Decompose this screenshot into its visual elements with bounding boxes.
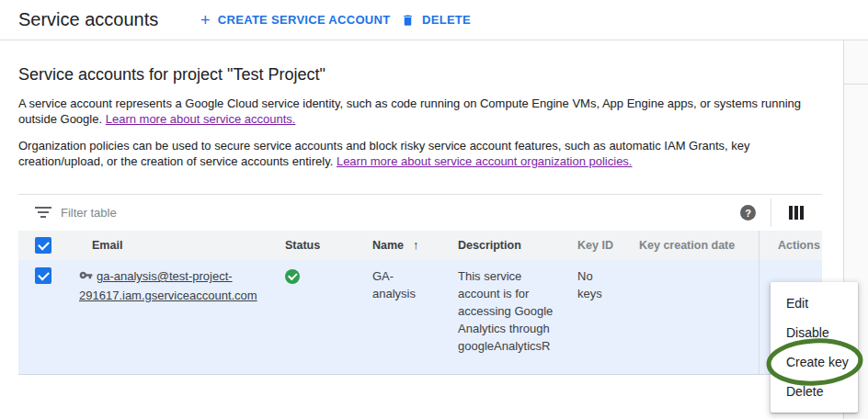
create-service-account-button[interactable]: + CREATE SERVICE ACCOUNT (200, 13, 390, 28)
column-header-description[interactable]: Description (458, 239, 577, 252)
learn-more-service-accounts-link[interactable]: Learn more about service accounts. (106, 112, 296, 126)
table-header-row: Email Status Name↑ Description Key ID Ke… (18, 231, 822, 260)
service-accounts-page: Service accounts + CREATE SERVICE ACCOUN… (0, 0, 868, 419)
page-toolbar: Service accounts + CREATE SERVICE ACCOUN… (0, 0, 868, 40)
filter-icon (35, 207, 51, 218)
filter-table-input[interactable] (61, 200, 695, 224)
column-header-key-id[interactable]: Key ID (577, 239, 639, 252)
column-header-email[interactable]: Email (79, 239, 285, 252)
row-status-cell (285, 260, 372, 284)
info-panel-header (844, 40, 868, 85)
menu-item-create-key[interactable]: Create key (771, 347, 858, 377)
service-accounts-table-card: ? Email Status Name↑ Description Key ID … (18, 194, 822, 375)
column-display-icon[interactable] (789, 206, 804, 220)
org-policy-paragraph: Organization policies can be used to sec… (18, 138, 826, 169)
learn-more-org-policies-link[interactable]: Learn more about service account organiz… (337, 154, 633, 168)
status-enabled-icon (285, 269, 300, 284)
column-header-name[interactable]: Name↑ (372, 239, 458, 252)
menu-item-delete[interactable]: Delete (771, 377, 858, 406)
row-actions-menu: Edit Disable Create key Delete (771, 282, 858, 413)
delete-button[interactable]: DELETE (401, 13, 471, 28)
delete-label: DELETE (422, 13, 471, 27)
service-account-key-icon (79, 268, 93, 287)
plus-icon: + (200, 13, 211, 28)
trash-icon (401, 13, 415, 28)
row-description-cell: This service account is for accessing Go… (458, 260, 577, 355)
page-title: Service accounts (18, 9, 158, 30)
column-header-actions: Actions (759, 231, 822, 260)
filter-bar-divider (771, 198, 771, 227)
row-key-creation-date-cell (639, 260, 759, 267)
table-row[interactable]: ga-analysis@test-project-291617.iam.gser… (18, 260, 822, 375)
column-header-status[interactable]: Status (285, 239, 372, 252)
row-email-cell: ga-analysis@test-project-291617.iam.gser… (79, 260, 285, 304)
column-header-key-creation-date[interactable]: Key creation date (639, 239, 759, 252)
service-account-email-link[interactable]: ga-analysis@test-project-291617.iam.gser… (79, 269, 257, 302)
create-service-account-label: CREATE SERVICE ACCOUNT (218, 13, 391, 27)
sort-ascending-icon: ↑ (413, 239, 418, 252)
row-name-cell: GA-analysis (372, 260, 458, 302)
select-all-checkbox[interactable] (35, 237, 51, 254)
section-heading: Service accounts for project "Test Proje… (18, 65, 326, 85)
help-icon[interactable]: ? (740, 205, 756, 221)
row-checkbox[interactable] (35, 267, 51, 284)
table-filter-bar: ? (18, 195, 822, 231)
row-key-id-cell: No keys (577, 260, 639, 302)
menu-item-edit[interactable]: Edit (771, 289, 858, 318)
menu-item-disable[interactable]: Disable (771, 318, 858, 347)
intro-paragraph: A service account represents a Google Cl… (18, 96, 826, 127)
